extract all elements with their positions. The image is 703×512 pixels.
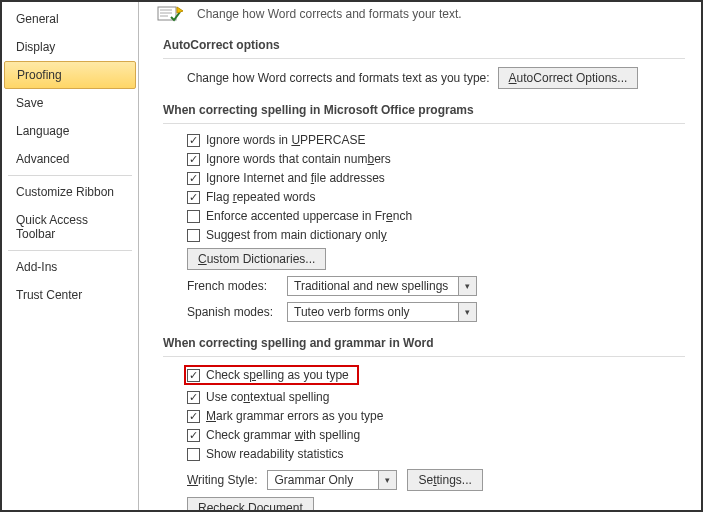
word-check-4-label: Show readability statistics: [206, 446, 343, 463]
office-check-0: ✓Ignore words in UPPERCASE: [187, 132, 685, 149]
french-modes-label: French modes:: [187, 279, 277, 293]
section-word-title: When correcting spelling and grammar in …: [163, 332, 685, 357]
main-panel: Change how Word corrects and formats you…: [139, 2, 701, 510]
word-check-2-checkbox[interactable]: ✓: [187, 410, 200, 423]
header-text: Change how Word corrects and formats you…: [197, 7, 462, 21]
sidebar-item-customize-ribbon[interactable]: Customize Ribbon: [2, 178, 138, 206]
sidebar-item-quick-access-toolbar[interactable]: Quick Access Toolbar: [2, 206, 138, 248]
office-check-5: Suggest from main dictionary only: [187, 227, 685, 244]
office-check-0-label: Ignore words in UPPERCASE: [206, 132, 365, 149]
office-check-5-checkbox[interactable]: [187, 229, 200, 242]
office-check-2-checkbox[interactable]: ✓: [187, 172, 200, 185]
sidebar-item-general[interactable]: General: [2, 5, 138, 33]
word-check-0-checkbox[interactable]: ✓: [187, 369, 200, 382]
sidebar-item-save[interactable]: Save: [2, 89, 138, 117]
category-sidebar: GeneralDisplayProofingSaveLanguageAdvanc…: [2, 2, 139, 510]
section-office-title: When correcting spelling in Microsoft Of…: [163, 99, 685, 124]
office-check-3-label: Flag repeated words: [206, 189, 315, 206]
office-check-3: ✓Flag repeated words: [187, 189, 685, 206]
word-check-1-checkbox[interactable]: ✓: [187, 391, 200, 404]
office-check-3-checkbox[interactable]: ✓: [187, 191, 200, 204]
office-check-0-checkbox[interactable]: ✓: [187, 134, 200, 147]
settings-button[interactable]: Settings...: [407, 469, 482, 491]
word-check-3-checkbox[interactable]: ✓: [187, 429, 200, 442]
chevron-down-icon: ▾: [458, 303, 476, 321]
french-modes-select[interactable]: Traditional and new spellings ▾: [287, 276, 477, 296]
custom-dictionaries-button[interactable]: Custom Dictionaries...: [187, 248, 326, 270]
spanish-modes-select[interactable]: Tuteo verb forms only ▾: [287, 302, 477, 322]
proofing-icon: [157, 4, 187, 24]
sidebar-item-advanced[interactable]: Advanced: [2, 145, 138, 173]
office-check-2: ✓Ignore Internet and file addresses: [187, 170, 685, 187]
section-office: When correcting spelling in Microsoft Of…: [163, 99, 685, 322]
writing-style-select[interactable]: Grammar Only ▾: [267, 470, 397, 490]
word-check-0-label: Check spelling as you type: [206, 368, 349, 382]
sidebar-item-language[interactable]: Language: [2, 117, 138, 145]
sidebar-item-proofing[interactable]: Proofing: [4, 61, 136, 89]
word-check-1-label: Use contextual spelling: [206, 389, 329, 406]
word-check-2-label: Mark grammar errors as you type: [206, 408, 383, 425]
sidebar-item-display[interactable]: Display: [2, 33, 138, 61]
autocorrect-options-button[interactable]: AutoCorrect Options...: [498, 67, 639, 89]
writing-style-label: Writing Style:: [187, 473, 257, 487]
word-check-4: Show readability statistics: [187, 446, 685, 463]
section-autocorrect: AutoCorrect options Change how Word corr…: [163, 34, 685, 89]
chevron-down-icon: ▾: [458, 277, 476, 295]
sidebar-separator: [8, 250, 132, 251]
options-dialog: GeneralDisplayProofingSaveLanguageAdvanc…: [2, 2, 701, 510]
sidebar-separator: [8, 175, 132, 176]
office-check-1-checkbox[interactable]: ✓: [187, 153, 200, 166]
section-autocorrect-title: AutoCorrect options: [163, 34, 685, 59]
word-check-3-label: Check grammar with spelling: [206, 427, 360, 444]
office-check-2-label: Ignore Internet and file addresses: [206, 170, 385, 187]
sidebar-item-trust-center[interactable]: Trust Center: [2, 281, 138, 309]
office-check-1: ✓Ignore words that contain numbers: [187, 151, 685, 168]
autocorrect-desc: Change how Word corrects and formats tex…: [187, 71, 490, 85]
word-check-1: ✓Use contextual spelling: [187, 389, 685, 406]
recheck-document-button[interactable]: Recheck Document: [187, 497, 314, 510]
office-check-4-checkbox[interactable]: [187, 210, 200, 223]
word-check-4-checkbox[interactable]: [187, 448, 200, 461]
word-check-0: ✓Check spelling as you type: [184, 365, 359, 385]
office-check-4: Enforce accented uppercase in French: [187, 208, 685, 225]
spanish-modes-label: Spanish modes:: [187, 305, 277, 319]
office-check-4-label: Enforce accented uppercase in French: [206, 208, 412, 225]
header-row: Change how Word corrects and formats you…: [157, 4, 685, 24]
word-check-2: ✓Mark grammar errors as you type: [187, 408, 685, 425]
sidebar-item-add-ins[interactable]: Add-Ins: [2, 253, 138, 281]
word-check-3: ✓Check grammar with spelling: [187, 427, 685, 444]
chevron-down-icon: ▾: [378, 471, 396, 489]
section-word: When correcting spelling and grammar in …: [163, 332, 685, 510]
office-check-1-label: Ignore words that contain numbers: [206, 151, 391, 168]
office-check-5-label: Suggest from main dictionary only: [206, 227, 387, 244]
